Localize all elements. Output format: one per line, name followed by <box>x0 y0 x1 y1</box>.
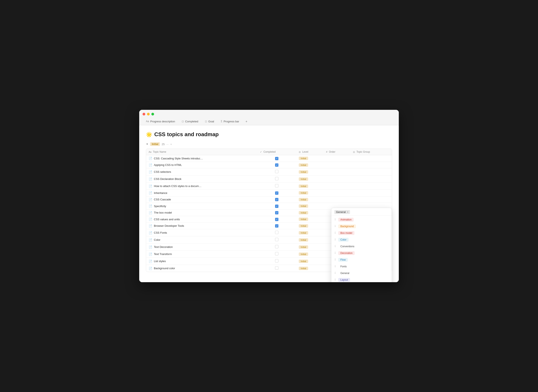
topic-name-cell[interactable]: 📄 Inheritance <box>146 190 258 196</box>
document-icon: 📄 <box>149 252 152 256</box>
col-level[interactable]: ◎ Level <box>296 149 324 155</box>
topic-name-cell[interactable]: 📄 CSS: Cascading Style Sheets introduc… <box>146 155 258 162</box>
topic-name-cell[interactable]: 📄 Applying CSS to HTML <box>146 162 258 168</box>
checkbox-unchecked[interactable] <box>275 170 278 173</box>
close-button[interactable] <box>142 113 145 116</box>
completed-cell[interactable]: ✓ <box>258 162 296 168</box>
chevron-down-icon[interactable]: ▼ <box>146 143 148 146</box>
document-icon: 📄 <box>149 260 152 263</box>
col-order[interactable]: # Order <box>324 149 350 155</box>
completed-cell[interactable]: ✓ <box>258 190 296 196</box>
level-badge: Initial <box>299 185 308 188</box>
checkbox-checked[interactable]: ✓ <box>275 191 278 195</box>
toolbar-goal[interactable]: ◻ Goal <box>202 118 217 125</box>
dropdown-item[interactable]: ⠿ Flow <box>331 257 392 263</box>
topic-name-cell[interactable]: 📄 The box model <box>146 209 258 216</box>
completed-cell[interactable] <box>258 229 296 236</box>
completed-cell[interactable] <box>258 176 296 183</box>
group-add-button[interactable]: + <box>170 143 172 146</box>
document-icon: 📄 <box>149 224 152 228</box>
topic-name-cell[interactable]: 📄 Color <box>146 236 258 243</box>
minimize-button[interactable] <box>147 113 150 116</box>
tag-label: Animation <box>338 218 354 222</box>
remove-tag-button[interactable]: × <box>347 211 348 214</box>
document-icon: 📄 <box>149 204 152 208</box>
completed-cell[interactable]: ✓ <box>258 216 296 223</box>
completed-cell[interactable]: ✓ <box>258 223 296 229</box>
dropdown-item[interactable]: ⠿ General <box>331 270 392 276</box>
page-title: CSS topics and roadmap <box>154 131 219 138</box>
checkbox-checked[interactable]: ✓ <box>275 198 278 201</box>
tag-label: Color <box>338 238 349 242</box>
topic-group-cell <box>350 155 392 162</box>
maximize-button[interactable] <box>151 113 154 116</box>
dropdown-item[interactable]: ⠿ Decoration <box>331 250 392 257</box>
topic-name-text: Text Decoration <box>154 245 173 248</box>
completed-cell[interactable]: ✓ <box>258 209 296 216</box>
topic-name-cell[interactable]: 📄 Text Decoration <box>146 243 258 251</box>
topic-name-cell[interactable]: 📄 List styles <box>146 258 258 265</box>
dropdown-item[interactable]: ⠿ Fonts <box>331 263 392 270</box>
check-icon: ◻ <box>182 120 184 123</box>
topic-name-cell[interactable]: 📄 How to attach CSS styles to a docum… <box>146 183 258 190</box>
col-topic-name[interactable]: Aa Topic Name <box>146 149 258 155</box>
dropdown-item[interactable]: ⠿ Color <box>331 236 392 243</box>
checkbox-unchecked[interactable] <box>275 245 278 248</box>
drag-handle-icon: ⠿ <box>334 258 336 261</box>
completed-cell[interactable]: ✓ <box>258 196 296 203</box>
checkbox-unchecked[interactable] <box>275 266 278 270</box>
completed-cell[interactable] <box>258 251 296 258</box>
col-completed[interactable]: ✓ Completed <box>258 149 296 155</box>
completed-cell[interactable] <box>258 183 296 190</box>
completed-cell[interactable]: ✓ <box>258 203 296 210</box>
completed-cell[interactable] <box>258 168 296 176</box>
topic-name-cell[interactable]: 📄 Background color <box>146 265 258 272</box>
toolbar-completed[interactable]: ◻ Completed <box>178 118 202 125</box>
checkbox-unchecked[interactable] <box>275 184 278 187</box>
checkbox-checked[interactable]: ✓ <box>275 218 278 221</box>
toolbar-add-button[interactable]: + <box>242 118 250 125</box>
checkbox-unchecked[interactable] <box>275 259 278 262</box>
topic-name-cell[interactable]: 📄 CSS selectors <box>146 168 258 176</box>
dropdown-item[interactable]: ⠿ Animation <box>331 216 392 223</box>
group-more-button[interactable]: ··· <box>166 143 169 146</box>
checkbox-checked[interactable]: ✓ <box>275 157 278 160</box>
topic-name-cell[interactable]: 📄 Text Transform <box>146 251 258 258</box>
dropdown-item[interactable]: ⠿ Layout <box>331 276 392 282</box>
checkbox-checked[interactable]: ✓ <box>275 224 278 228</box>
topic-name-cell[interactable]: 📄 CSS Declaration Block <box>146 176 258 183</box>
topic-name-cell[interactable]: 📄 Browser Developer Tools <box>146 223 258 229</box>
topic-group-cell <box>350 183 392 190</box>
dropdown-item[interactable]: ⠿ Conventions <box>331 243 392 250</box>
checkbox-unchecked[interactable] <box>275 252 278 255</box>
toolbar-progress-bar-label: Progress bar <box>224 120 239 123</box>
tag-label: Fonts <box>338 265 349 268</box>
toolbar-progress-desc[interactable]: Aa Progress description <box>142 118 178 125</box>
topic-name-text: Inheritance <box>154 191 167 195</box>
checkbox-unchecked[interactable] <box>275 238 278 241</box>
group-label[interactable]: Initial <box>150 142 160 146</box>
level-badge: Initial <box>299 260 308 263</box>
completed-cell[interactable]: ✓ <box>258 155 296 162</box>
completed-cell[interactable] <box>258 236 296 243</box>
checkbox-unchecked[interactable] <box>275 177 278 180</box>
checkbox-checked[interactable]: ✓ <box>275 211 278 215</box>
dropdown-item[interactable]: ⠿ Box model <box>331 230 392 236</box>
topic-name-cell[interactable]: 📄 CSS Cascade <box>146 196 258 203</box>
level-badge: Initial <box>299 177 308 181</box>
dropdown-item[interactable]: ⠿ Background <box>331 223 392 230</box>
checkbox-unchecked[interactable] <box>275 231 278 234</box>
completed-cell[interactable] <box>258 265 296 272</box>
drag-handle-icon: ⠿ <box>334 218 336 221</box>
table-row: 📄 CSS: Cascading Style Sheets introduc… … <box>146 155 392 162</box>
topic-name-cell[interactable]: 📄 CSS values and units <box>146 216 258 223</box>
level-cell: Initial <box>296 209 324 216</box>
col-topic-group[interactable]: ◎ Topic Group <box>350 149 392 155</box>
completed-cell[interactable] <box>258 243 296 251</box>
checkbox-checked[interactable]: ✓ <box>275 205 278 208</box>
toolbar-progress-bar[interactable]: Σ Progress bar <box>217 118 243 125</box>
completed-cell[interactable] <box>258 258 296 265</box>
topic-name-cell[interactable]: 📄 CSS Fonts <box>146 229 258 236</box>
checkbox-checked[interactable]: ✓ <box>275 163 278 167</box>
topic-name-cell[interactable]: 📄 Specificity <box>146 203 258 210</box>
